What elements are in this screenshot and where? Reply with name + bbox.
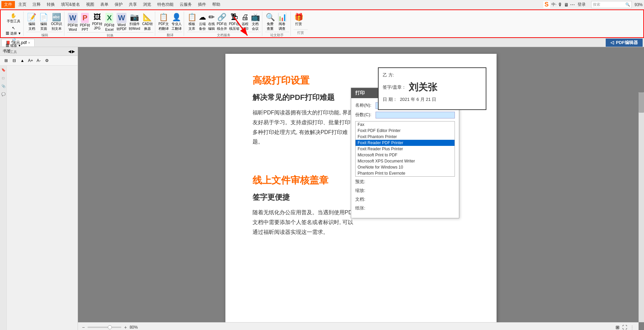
section1-text: 高级打印设置 解决常见的PDF打印难题 福昕PDF阅读器拥有强大的打印功能, 界…	[253, 74, 358, 157]
print-dropdown-item-xps[interactable]: Microsoft XPS Document Writer	[356, 158, 455, 164]
print-dropdown-item-reader-plus[interactable]: Foxit Reader Plus Printer	[356, 146, 455, 152]
pdf-to-excel-icon: X	[105, 13, 113, 23]
menu-item-form[interactable]: 表单	[98, 1, 111, 8]
bottom-bar: − + 80% ⊞ ⛶ ⋮	[78, 322, 639, 330]
sidebar-tool-collapse-icon[interactable]: ⊟	[11, 57, 18, 64]
pdf-compress-label: PDF在线压缩	[229, 22, 239, 31]
menu-item-file[interactable]: 文件	[1, 1, 15, 8]
sig-name-label: 签字/盖章：	[383, 84, 406, 90]
sidebar-page-icon[interactable]: 🔖	[1, 67, 6, 72]
print-dropdown-item-editor[interactable]: Foxit PDF Editor Printer	[356, 128, 455, 134]
edit-page-btn[interactable]: 📄 编辑页面	[38, 12, 49, 32]
zoom-thumb	[108, 325, 112, 329]
pro-translate-icon: 👤	[172, 13, 181, 22]
plagcheck-btn[interactable]: 🔍 免费查重	[265, 12, 276, 32]
sohu-s-icon: S	[543, 1, 550, 8]
print-paper-row: 纸张:	[355, 205, 455, 211]
pdf-to-word-label: PDF转Word	[68, 23, 78, 31]
sidebar-tool-A-plus-icon[interactable]: A+	[27, 57, 34, 64]
sidebar-tool-A-minus-icon[interactable]: A-	[35, 57, 42, 64]
print-dropdown-item-phantom[interactable]: Foxit Phantom Printer	[356, 134, 455, 140]
sidebar-tool-up-icon[interactable]: ▲	[19, 57, 26, 64]
search-box[interactable]: 搜索 🔍	[591, 1, 632, 8]
pdf-merge-label: PDF在线合并	[217, 22, 227, 31]
cad-convert-btn[interactable]: 📐 CAD转换器	[141, 12, 153, 32]
sidebar-nav-btn[interactable]: ◀	[68, 49, 71, 54]
print-dropdown-item-fax[interactable]: Fax	[356, 122, 455, 128]
scroll-thumb[interactable]	[639, 92, 644, 113]
menu-item-browse[interactable]: 浏览	[140, 1, 154, 8]
sidebar: 书签 ◀ ▶ ⊞ ⊟ ▲ A+ A- ⚙ 🔖 □ 📎	[0, 47, 78, 330]
zoom-plus-btn[interactable]: +	[124, 325, 127, 330]
pdf-to-jpg-icon: 🖼	[94, 13, 101, 22]
font-size-indicator: 93%	[635, 2, 643, 7]
sidebar-bookmark-list	[7, 66, 78, 330]
sidebar-tool-gear-icon[interactable]: ⚙	[43, 57, 50, 64]
edit-page-icon: 📄	[39, 13, 48, 22]
menu-item-help[interactable]: 帮助	[209, 1, 223, 8]
menu-item-cloud[interactable]: 云服务	[177, 1, 195, 8]
print-dropdown-item-reader[interactable]: Foxit Reader PDF Printer	[356, 140, 455, 146]
pdf-to-jpg-label: PDF转JPG	[92, 22, 102, 30]
zoom-minus-btn[interactable]: −	[82, 325, 85, 330]
template-lib-icon: 📋	[187, 13, 197, 22]
pdf-compress-btn[interactable]: 🗜 PDF在线压缩	[228, 12, 240, 32]
login-btn[interactable]: 登录	[578, 2, 586, 7]
menu-item-special[interactable]: 特色功能	[155, 1, 176, 8]
pdf-to-excel-btn[interactable]: X PDF转Excel	[104, 12, 115, 32]
fit-page-btn[interactable]: ⊞	[616, 325, 620, 330]
pdf-to-ppt-btn[interactable]: P PDF转PPT	[79, 12, 91, 32]
sidebar-tool-expand-icon[interactable]: ⊞	[3, 57, 9, 64]
cloud-backup-btn[interactable]: ☁ 云端备份	[198, 12, 207, 32]
zoom-tool-btn[interactable]: 🔎 ☰ 缩放 ▼	[5, 37, 22, 49]
menu-item-plugin[interactable]: 插件	[195, 1, 209, 8]
print-dropdown-item-evernote[interactable]: Phantom Print to Evernote	[356, 170, 455, 176]
pro-translate-btn[interactable]: 👤 专业人工翻译	[171, 12, 182, 32]
reward-btn[interactable]: 🎁 打赏	[294, 12, 304, 27]
vertical-scrollbar[interactable]	[639, 92, 644, 322]
fullscreen-btn[interactable]: ⛶	[622, 325, 627, 330]
online-edit-label: 在线编辑	[208, 22, 215, 31]
pdf-to-jpg-btn[interactable]: 🖼 PDF转JPG	[92, 12, 103, 32]
print-copies-input[interactable]	[376, 112, 455, 118]
sidebar-expand-btn[interactable]: ▶	[72, 49, 75, 54]
doc-meeting-label: 文档会议	[252, 22, 259, 31]
online-edit-btn[interactable]: ✏ 在线编辑	[207, 12, 216, 32]
sidebar-layers-icon[interactable]: □	[1, 75, 6, 81]
print-dropdown-item-onenote[interactable]: OneNote for Windows 10	[356, 164, 455, 170]
edit-doc-btn[interactable]: 📝 编辑文档	[26, 12, 37, 32]
pdf-editor-btn[interactable]: ◁ PDF编辑器	[606, 39, 643, 47]
menu-item-annotate[interactable]: 注释	[30, 1, 43, 8]
ocr-btn[interactable]: 🔤 OCR识别文本	[50, 12, 62, 32]
pdf-to-word-btn[interactable]: W PDF转Word	[67, 12, 79, 32]
hand-tool-btn[interactable]: ✋ 手型工具	[5, 12, 22, 24]
tab-close-btn[interactable]: ×	[28, 41, 30, 45]
zoom-control: − + 80%	[82, 325, 138, 330]
word-to-pdf-btn[interactable]: W Word转PDF	[116, 12, 127, 32]
section1-title: 高级打印设置	[253, 74, 358, 87]
scan-to-word-btn[interactable]: 📷 扫描件转Word	[128, 12, 141, 32]
sidebar-comment-icon[interactable]: 💬	[1, 91, 6, 97]
sidebar-toolbar: ⊞ ⊟ ▲ A+ A- ⚙	[0, 56, 78, 66]
print-dropdown-item-ms-pdf[interactable]: Microsoft Print to PDF	[356, 152, 455, 158]
template-lib-btn[interactable]: 📋 模板文库	[187, 12, 197, 32]
menu-item-home[interactable]: 主页	[16, 1, 29, 8]
doc-meeting-btn[interactable]: 📺 文档会议	[250, 12, 261, 32]
sidebar-attach-icon[interactable]: 📎	[1, 83, 6, 89]
menu-item-convert[interactable]: 转换	[44, 1, 58, 8]
menu-item-sign[interactable]: 填写&签名	[58, 1, 83, 8]
menu-item-view[interactable]: 视图	[83, 1, 97, 8]
translate-group-label: 翻译	[158, 32, 182, 38]
print-zoom-label: 缩放:	[355, 188, 376, 194]
pdf-merge-btn[interactable]: 🔗 PDF在线合并	[216, 12, 228, 32]
cloud-backup-label: 云端备份	[199, 22, 206, 31]
plagcheck-icon: 🔍	[266, 13, 275, 22]
remote-print-btn[interactable]: 🖨 远程打印	[241, 12, 249, 32]
survey-btn[interactable]: 📊 阅卷调查	[277, 12, 287, 32]
pdf-translate-btn[interactable]: 📋 PDF文档翻译	[158, 12, 169, 32]
print-preview-row: 预览:	[355, 179, 455, 185]
zoom-slider[interactable]	[87, 327, 121, 328]
select-tool-btn[interactable]: ↖ ☰ 选择 ▼	[5, 25, 22, 37]
menu-item-protect[interactable]: 保护	[112, 1, 125, 8]
menu-item-share[interactable]: 共享	[126, 1, 140, 8]
